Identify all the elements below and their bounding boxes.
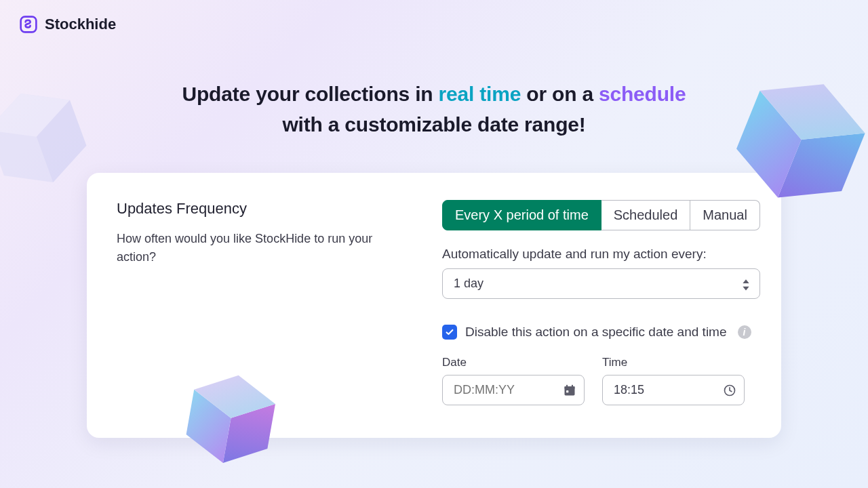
interval-select[interactable]: 1 day [442, 268, 760, 299]
cube-decor-bottom [176, 366, 285, 474]
frequency-tabs: Every X period of time Scheduled Manual [442, 200, 760, 230]
auto-update-label: Automatically update and run my action e… [442, 247, 760, 262]
brand-mark-icon [19, 15, 38, 34]
cube-decor-left [0, 81, 95, 197]
disable-checkbox[interactable] [442, 325, 457, 340]
brand-logo: Stockhide [19, 15, 116, 34]
tab-every-x[interactable]: Every X period of time [442, 200, 601, 230]
card-title: Updates Frequency [117, 200, 415, 218]
date-label: Date [442, 356, 585, 369]
headline-purple: schedule [599, 83, 686, 105]
time-input[interactable] [602, 375, 745, 405]
headline-pre: Update your collections in [182, 83, 439, 105]
info-icon[interactable]: i [738, 325, 751, 339]
tab-scheduled[interactable]: Scheduled [601, 200, 691, 230]
brand-name: Stockhide [45, 16, 116, 33]
card-subtitle: How often would you like StockHide to ru… [117, 230, 401, 266]
disable-label: Disable this action on a specific date a… [465, 325, 727, 340]
date-input[interactable] [442, 375, 585, 405]
headline-mid: or on a [521, 83, 599, 105]
time-label: Time [602, 356, 745, 369]
headline-teal: real time [439, 83, 521, 105]
cube-decor-right [726, 68, 868, 217]
